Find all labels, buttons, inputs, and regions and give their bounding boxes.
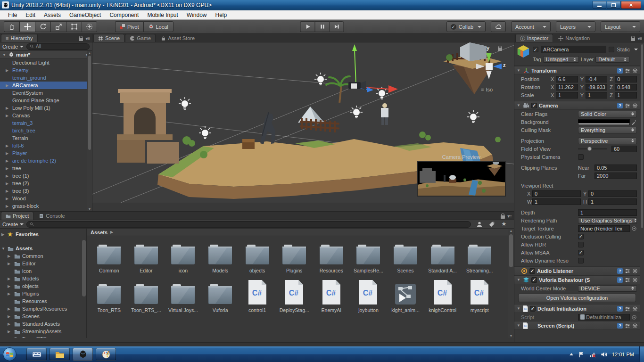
chevron-down-icon[interactable]	[634, 49, 638, 50]
project-tree-item[interactable]: ▶ Scenes	[0, 313, 86, 320]
pivot-toggle-button[interactable]: Pivot	[115, 21, 143, 32]
asset-item[interactable]: Editor	[128, 238, 165, 273]
viewport-x-field[interactable]: 0	[532, 190, 581, 197]
gear-icon[interactable]	[632, 277, 638, 283]
asset-item[interactable]: SamplesRe...	[350, 238, 387, 273]
project-create-button[interactable]: Create	[2, 222, 24, 227]
foldout-icon[interactable]: ▼	[516, 278, 521, 282]
expand-arrow-icon[interactable]: ▶	[8, 292, 10, 296]
expand-arrow-icon[interactable]: ▶	[6, 114, 8, 118]
hierarchy-item[interactable]: ▶ tree (1)	[0, 172, 87, 180]
breadcrumb[interactable]: Assets▶	[87, 229, 508, 236]
asset-item[interactable]: objects	[239, 238, 276, 273]
asset-item[interactable]: Resources	[313, 238, 350, 273]
camera-enabled-checkbox[interactable]	[531, 103, 537, 108]
allow-hdr-checkbox[interactable]	[578, 242, 584, 247]
scale-z-field[interactable]: 1	[615, 92, 637, 99]
foldout-icon[interactable]: ▼	[516, 68, 521, 73]
expand-arrow-icon[interactable]: ▶	[8, 262, 10, 266]
project-tree-item[interactable]: ▶ icon	[0, 267, 86, 275]
culling-mask-dropdown[interactable]: Everything	[578, 127, 637, 133]
menu-item[interactable]: Component	[105, 10, 143, 19]
hierarchy-item[interactable]: ▶ ARCamera	[0, 82, 87, 89]
help-icon[interactable]: ?	[617, 103, 623, 108]
taskbar-explorer-button[interactable]	[50, 348, 70, 361]
object-name-field[interactable]: ARCamera	[541, 46, 606, 53]
presets-icon[interactable]	[625, 68, 630, 74]
minimize-button[interactable]	[593, 1, 606, 9]
active-checkbox[interactable]	[533, 47, 538, 52]
hierarchy-item[interactable]: ▶ Ground Plane Stage	[0, 97, 87, 104]
position-y-field[interactable]: -0.4	[586, 76, 608, 82]
favorites-row[interactable]: ▶ ★ Favorites	[0, 230, 86, 238]
menu-item[interactable]: File	[4, 10, 21, 19]
expand-arrow-icon[interactable]: ▶	[6, 166, 8, 171]
expand-arrow-icon[interactable]: ▶	[6, 181, 8, 186]
help-icon[interactable]: ?	[617, 306, 623, 312]
asset-item[interactable]: Common	[91, 238, 128, 273]
hierarchy-item[interactable]: ▶ terrain_ground	[0, 74, 87, 82]
search-by-type-button[interactable]	[474, 221, 485, 228]
tray-expand-icon[interactable]	[570, 353, 573, 355]
help-icon[interactable]: ?	[617, 68, 623, 74]
slider-knob[interactable]	[587, 147, 592, 151]
viewport-y-field[interactable]: 0	[588, 190, 637, 197]
hierarchy-item[interactable]: ▶ terrain_3	[0, 119, 87, 127]
network-disconnected-icon[interactable]	[589, 351, 596, 358]
tab-project[interactable]: Project	[1, 212, 33, 220]
local-toggle-button[interactable]: Local	[143, 21, 173, 32]
far-clip-field[interactable]: 2000	[594, 173, 637, 179]
allow-dynamic-res-checkbox[interactable]	[578, 258, 584, 263]
tab-asset-store[interactable]: Asset Store	[156, 34, 199, 42]
object-picker-icon[interactable]	[631, 314, 637, 320]
expand-arrow-icon[interactable]: ▶	[6, 68, 8, 73]
scene-root-row[interactable]: ▼ main* ▾≡	[0, 51, 92, 59]
hierarchy-item[interactable]: ▶ loft-6	[0, 142, 87, 149]
scene-canvas[interactable]: y z ≡ Iso Camera Preview	[92, 42, 514, 211]
help-icon[interactable]: ?	[617, 323, 623, 329]
allow-msaa-checkbox[interactable]	[578, 250, 584, 255]
hierarchy-item[interactable]: ▶ Terrain	[0, 134, 87, 142]
projection-dropdown[interactable]: Perspective	[578, 138, 637, 144]
projection-mode-toggle[interactable]: ≡ Iso	[481, 87, 493, 92]
expand-arrow-icon[interactable]: ▶	[6, 144, 8, 148]
layout-dropdown[interactable]: Layout	[601, 21, 640, 32]
taskbar-paint-button[interactable]	[96, 348, 116, 361]
menu-item[interactable]: Help	[211, 10, 231, 19]
viewport-w-field[interactable]: 1	[532, 198, 581, 205]
asset-item[interactable]: Vuforia	[202, 278, 239, 313]
script-object-field[interactable]: DefaultInitializa	[578, 314, 630, 321]
lock-icon[interactable]	[631, 38, 635, 41]
expand-arrow-icon[interactable]: ▶	[6, 159, 8, 163]
hand-tool-button[interactable]	[4, 21, 19, 32]
camera-component-header[interactable]: ▼ Camera ?	[514, 101, 640, 110]
hierarchy-search-input[interactable]: All	[26, 43, 90, 50]
clock[interactable]: 12:01 PM	[612, 352, 634, 357]
hierarchy-item[interactable]: ▶ Low Poly Mill (1)	[0, 104, 87, 112]
asset-item[interactable]: Virtual Joys...	[165, 278, 202, 313]
taskbar-unity-button[interactable]	[73, 348, 93, 361]
asset-item[interactable]: kight_anim...	[387, 278, 424, 313]
project-tree-item[interactable]: ▶ Toon_RTS	[0, 335, 86, 338]
position-x-field[interactable]: 6.6	[556, 76, 578, 82]
hierarchy-item[interactable]: ▶ Enemy	[0, 66, 87, 74]
account-dropdown[interactable]: Account	[511, 21, 551, 32]
hierarchy-item[interactable]: ▶ tree (2)	[0, 180, 87, 187]
panel-menu-icon[interactable]: ▾≡	[637, 36, 642, 41]
project-tree-item[interactable]: ▶ objects	[0, 282, 86, 290]
rect-tool-button[interactable]	[66, 21, 82, 32]
asset-item[interactable]: Plugins	[276, 238, 313, 273]
scale-y-field[interactable]: 1	[586, 92, 608, 99]
hierarchy-item[interactable]: ▶ Wood	[0, 195, 87, 202]
asset-item[interactable]: Models	[202, 238, 239, 273]
expand-arrow-icon[interactable]: ▶	[8, 322, 10, 326]
action-center-flag-icon[interactable]	[578, 351, 585, 358]
tab-navigation[interactable]: Navigation	[553, 34, 594, 42]
default-initialization-header[interactable]: ▼ Default Initialization ?	[514, 304, 640, 313]
expand-arrow-icon[interactable]: ▶	[6, 106, 8, 110]
rotation-y-field[interactable]: -89.933	[586, 84, 608, 90]
panel-menu-icon[interactable]: ▾≡	[507, 214, 512, 219]
screen-script-header[interactable]: ▼ Screen (Script) ?	[514, 321, 640, 330]
gear-icon[interactable]	[632, 306, 638, 312]
clear-flags-dropdown[interactable]: Solid Color	[578, 111, 637, 117]
